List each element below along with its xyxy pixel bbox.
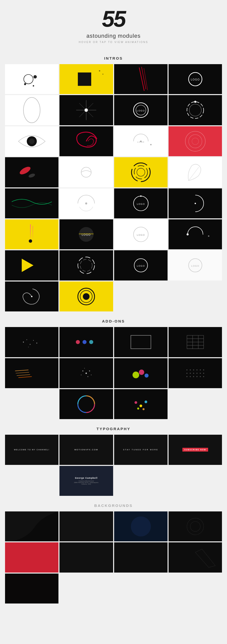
intro-cell-23[interactable]: LOGO [114,219,168,249]
intro-cell-10[interactable] [59,126,113,156]
backgrounds-row-2 [5,542,222,572]
intro-cell-29[interactable] [5,281,58,311]
intro-cell-2[interactable] [59,64,113,94]
intro-cell-17[interactable] [5,188,58,218]
empty-cell-6 [114,466,168,496]
bg-cell-2[interactable] [59,511,113,541]
bg-cell-6[interactable] [59,542,113,572]
addon-cell-8[interactable] [169,358,222,388]
intro-cell-1[interactable] [5,64,58,94]
intro-cell-21[interactable] [5,219,58,249]
intro-cell-20[interactable] [169,188,222,218]
empty-cell-10 [169,574,222,603]
empty-cell-4 [169,389,222,419]
typo-cell-welcome[interactable]: WELCOME TO MY CHANNEL! [5,435,58,465]
intro-cell-27[interactable]: LOGO [114,250,168,280]
bg-cell-8[interactable] [169,542,222,572]
intro-cell-9[interactable] [5,126,58,156]
empty-cell-7 [169,466,222,496]
intro-cell-14[interactable] [59,157,113,187]
intro-cell-24[interactable] [169,219,222,249]
addon-cell-9[interactable] [59,389,113,419]
addon-cell-7[interactable] [114,358,168,388]
addon-cell-2[interactable] [59,327,113,357]
intro-cell-15[interactable] [114,157,168,187]
typo-cell-url[interactable]: MOTIONVFX.COM [59,435,113,465]
bg-cell-4[interactable] [169,511,222,541]
intro-cell-3[interactable] [114,64,168,94]
intro-cell-30[interactable] [59,281,113,311]
intro-cell-11[interactable]: LOGO [114,126,168,156]
typo-cell-stay[interactable]: STAY TUNED FOR MORE [114,435,168,465]
intros-row-8 [5,281,222,311]
intros-row-1: LOGO [5,64,222,94]
intro-cell-5[interactable] [5,95,58,125]
addon-cell-10[interactable] [114,389,168,419]
addon-cell-5[interactable] [5,358,58,388]
intro-cell-7[interactable]: LOGO [114,95,168,125]
addon-cell-1[interactable] [5,327,58,357]
empty-cell-8 [59,574,113,603]
addon-cell-4[interactable] [169,327,222,357]
intros-title: INTROS [5,56,222,60]
backgrounds-row-1 [5,511,222,541]
typography-row-2: George Campbell Creative Mastermind2806 … [5,466,222,496]
typography-row-1: WELCOME TO MY CHANNEL! MOTIONVFX.COM STA… [5,435,222,465]
intro-cell-12[interactable] [169,126,222,156]
typo-cell-subscribe[interactable]: SUBSCRIBE NOW [169,435,222,465]
empty-cell-5 [5,466,58,496]
intro-cell-6[interactable] [59,95,113,125]
addon-cell-6[interactable] [59,358,113,388]
bg-cell-9[interactable] [5,574,58,603]
addons-row-3 [5,389,222,419]
bg-cell-3[interactable] [114,511,168,541]
intro-cell-26[interactable] [59,250,113,280]
intro-cell-25[interactable] [5,250,58,280]
intros-row-5: LOGO [5,188,222,218]
addon-cell-3[interactable] [114,327,168,357]
hero-section: 55 astounding modules HOVER OR TAP TO VI… [5,0,222,49]
intros-row-3: LOGO [5,126,222,156]
intro-cell-28[interactable]: LOGO [169,250,222,280]
empty-cell-2 [169,281,222,311]
backgrounds-title: BACKGROUNDS [5,503,222,508]
hero-subtitle: astounding modules [5,33,222,39]
intro-cell-22[interactable]: LOGO [59,219,113,249]
intro-cell-16[interactable] [169,157,222,187]
addons-title: ADD-ONS [5,319,222,323]
hero-instruction: HOVER OR TAP TO VIEW ANIMATIONS [5,41,222,44]
intros-row-6: LOGO LOGO [5,219,222,249]
empty-cell-3 [5,389,58,419]
intro-cell-19[interactable]: LOGO [114,188,168,218]
intro-cell-8[interactable] [169,95,222,125]
intros-row-4 [5,157,222,187]
bg-cell-7[interactable] [114,542,168,572]
intro-cell-13[interactable] [5,157,58,187]
intro-cell-18[interactable] [59,188,113,218]
intros-row-7: LOGO LOGO [5,250,222,280]
bg-cell-1[interactable] [5,511,58,541]
addons-row-1 [5,327,222,357]
addons-row-2 [5,358,222,388]
empty-cell-9 [114,574,168,603]
typo-cell-card[interactable]: George Campbell Creative Mastermind2806 … [59,466,113,496]
bg-cell-5[interactable] [5,542,58,572]
intros-row-2: LOGO [5,95,222,125]
typography-title: TYPOGRAPHY [5,427,222,431]
intro-cell-4[interactable]: LOGO [169,64,222,94]
backgrounds-row-3 [5,574,222,603]
hero-number: 55 [5,8,222,30]
empty-cell-1 [114,281,168,311]
page-container: 55 astounding modules HOVER OR TAP TO VI… [0,0,227,619]
